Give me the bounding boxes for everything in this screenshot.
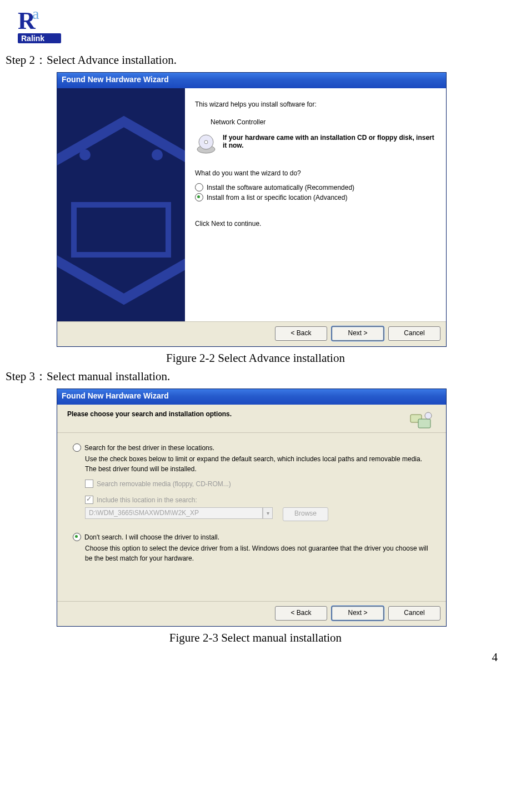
wizard-dialog-1: Found New Hardware Wizard This wizard he… [57, 72, 447, 347]
path-input: D:\WDM_3665\SMAXWDM\W2K_XP [85, 507, 263, 519]
radio-search-label: Search for the best driver in these loca… [84, 444, 214, 452]
radio-icon-checked [73, 533, 81, 541]
radio-dont-search[interactable]: Don't search. I will choose the driver t… [73, 533, 434, 541]
back-button[interactable]: < Back [275, 606, 327, 621]
devices-icon [408, 410, 434, 434]
page-number: 4 [6, 647, 505, 664]
svg-text:a: a [32, 5, 39, 22]
radio-icon-checked [195, 193, 203, 201]
dropdown-arrow-icon: ▾ [263, 507, 273, 519]
svg-point-10 [204, 140, 208, 144]
svg-text:Ralink: Ralink [21, 34, 44, 43]
dialog2-subheader: Please choose your search and installati… [67, 410, 232, 418]
cd-hint: If your hardware came with an installati… [223, 134, 437, 149]
radio-advanced[interactable]: Install from a list or specific location… [195, 193, 437, 201]
cd-icon [195, 134, 217, 156]
dialog2-subheader-row: Please choose your search and installati… [57, 405, 446, 433]
check-include-label: Include this location in the search: [97, 496, 197, 504]
cancel-button[interactable]: Cancel [388, 326, 440, 341]
radio-icon [73, 443, 81, 452]
radio-dont-label: Don't search. I will choose the driver t… [84, 533, 219, 541]
wizard1-intro: This wizard helps you install software f… [195, 100, 437, 108]
step3-text: Step 3：Select manual installation. [6, 369, 505, 384]
search-help: Use the check boxes below to limit or ex… [85, 454, 434, 474]
step2-text: Step 2：Select Advance installation. [6, 52, 505, 68]
radio-auto-label: Install the software automatically (Reco… [207, 184, 354, 191]
dont-help: Choose this option to select the device … [85, 543, 434, 563]
browse-button: Browse [283, 507, 328, 521]
radio-auto[interactable]: Install the software automatically (Reco… [195, 183, 437, 191]
svg-rect-12 [418, 419, 430, 428]
continue-text: Click Next to continue. [195, 220, 437, 228]
check-removable: Search removable media (floppy, CD-ROM..… [85, 480, 434, 488]
next-button[interactable]: Next > [332, 606, 384, 621]
check-include: Include this location in the search: [85, 496, 434, 504]
wizard1-question: What do you want the wizard to do? [195, 169, 437, 177]
checkbox-icon [85, 480, 93, 488]
figure-2-3-caption: Figure 2-3 Select manual installation [6, 631, 505, 645]
wizard-dialog-2: Found New Hardware Wizard Please choose … [57, 389, 447, 627]
check-removable-label: Search removable media (floppy, CD-ROM..… [97, 480, 231, 488]
dialog1-title: Found New Hardware Wizard [57, 73, 446, 88]
svg-point-7 [152, 149, 163, 160]
radio-advanced-label: Install from a list or specific location… [207, 194, 347, 201]
checkbox-checked-icon [85, 496, 93, 504]
radio-search[interactable]: Search for the best driver in these loca… [73, 443, 434, 452]
figure-2-2-caption: Figure 2-2 Select Advance installation [6, 351, 505, 365]
svg-point-6 [79, 149, 91, 160]
wizard-sidebar [57, 88, 185, 321]
brand-logo: R a Ralink [6, 0, 505, 49]
cancel-button[interactable]: Cancel [388, 606, 440, 621]
svg-point-13 [425, 412, 432, 419]
radio-icon [195, 183, 203, 191]
dialog2-title: Found New Hardware Wizard [57, 389, 446, 405]
device-name: Network Controller [211, 118, 437, 126]
back-button[interactable]: < Back [275, 326, 327, 341]
next-button[interactable]: Next > [332, 326, 384, 341]
